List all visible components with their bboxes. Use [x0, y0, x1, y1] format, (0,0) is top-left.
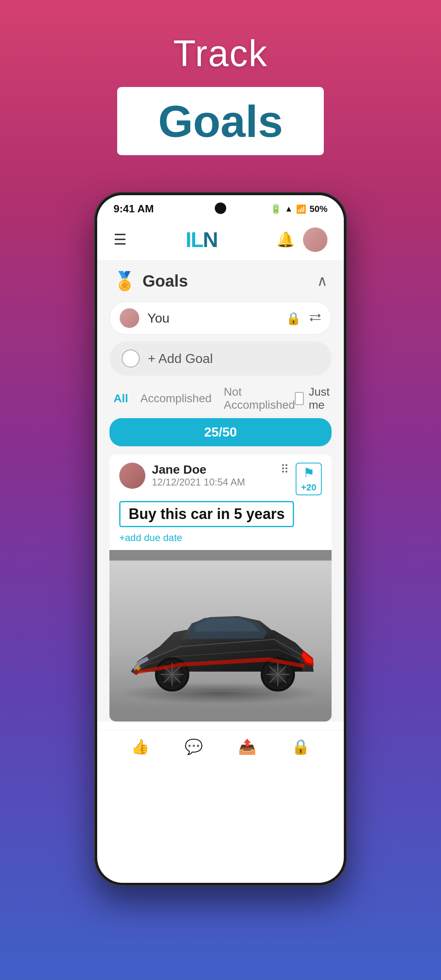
tab-not-accomplished[interactable]: Not Accomplished [224, 385, 295, 412]
tab-all[interactable]: All [114, 392, 128, 405]
tab-accomplished[interactable]: Accomplished [140, 392, 212, 405]
camera-notch [215, 203, 226, 214]
just-me-label: Just me [309, 385, 334, 412]
filter-tabs: All Accomplished Not Accomplished Just m… [109, 385, 332, 412]
goals-header-left: 🏅 Goals [114, 270, 188, 292]
battery-icon: 🔋 [270, 204, 281, 214]
more-options-icon[interactable]: ⠿ [281, 463, 289, 476]
progress-bar: 25/50 [109, 418, 332, 446]
battery-percent: 50% [310, 204, 327, 214]
goal-card-meta: Jane Doe 12/12/2021 10:54 AM [152, 463, 274, 488]
goals-label: Goals [158, 95, 283, 147]
just-me-container: Just me [295, 385, 334, 412]
bell-icon[interactable]: 🔔 [276, 231, 295, 248]
track-label: Track [0, 33, 441, 75]
goals-section: 🏅 Goals ∧ You 🔒 ⮂ + A [97, 261, 344, 722]
user-name-label: You [147, 311, 286, 326]
comment-button[interactable]: 💬 [185, 738, 203, 755]
goal-text-container: Buy this car in 5 years [109, 499, 332, 530]
chevron-up-icon[interactable]: ∧ [317, 272, 327, 290]
add-due-date[interactable]: +add due date [109, 530, 332, 550]
car-svg [109, 550, 332, 722]
status-icons: 🔋 ▲ 📶 50% [270, 204, 327, 214]
signal-icon: 📶 [296, 204, 306, 214]
share-icon[interactable]: ⮂ [309, 311, 321, 325]
phone-device: 9:41 AM 🔋 ▲ 📶 50% ☰ ILN 🔔 [94, 192, 347, 886]
add-goal-row[interactable]: + Add Goal [109, 341, 332, 376]
like-button[interactable]: 👍 [131, 738, 149, 755]
flag-icon: ⚑ [303, 465, 315, 481]
menu-icon[interactable]: ☰ [114, 231, 127, 248]
goals-header: 🏅 Goals ∧ [109, 261, 332, 301]
app-logo: ILN [186, 227, 218, 252]
app-header: ☰ ILN 🔔 [97, 219, 344, 261]
flag-count: +20 [301, 482, 316, 493]
just-me-checkbox[interactable] [295, 392, 304, 405]
wifi-icon: ▲ [285, 204, 293, 214]
user-avatar[interactable] [303, 227, 327, 252]
bottom-action-bar: 👍 💬 📤 🔒 [97, 730, 344, 764]
user-avatar-small [120, 308, 139, 328]
progress-text: 25/50 [204, 425, 237, 439]
flag-badge[interactable]: ⚑ +20 [296, 463, 322, 495]
goal-text: Buy this car in 5 years [119, 501, 294, 527]
goal-card-header: Jane Doe 12/12/2021 10:54 AM ⠿ ⚑ [109, 454, 332, 499]
lock-icon[interactable]: 🔒 [286, 311, 301, 325]
share-button[interactable]: 📤 [238, 738, 256, 755]
add-goal-circle [122, 350, 140, 368]
phone-screen: 9:41 AM 🔋 ▲ 📶 50% ☰ ILN 🔔 [97, 195, 344, 883]
status-bar: 9:41 AM 🔋 ▲ 📶 50% [97, 195, 344, 219]
add-goal-text: + Add Goal [148, 351, 213, 366]
user-row-icons: 🔒 ⮂ [286, 311, 321, 325]
header-right: 🔔 [276, 227, 327, 252]
goal-card: Jane Doe 12/12/2021 10:54 AM ⠿ ⚑ [109, 454, 332, 722]
status-time: 9:41 AM [114, 203, 154, 215]
user-row: You 🔒 ⮂ [109, 301, 332, 335]
lock-button[interactable]: 🔒 [292, 738, 310, 755]
car-image [109, 550, 332, 722]
phone-wrapper: 9:41 AM 🔋 ▲ 📶 50% ☰ ILN 🔔 [0, 192, 441, 886]
goal-card-actions: ⠿ ⚑ +20 [281, 463, 322, 495]
post-date: 12/12/2021 10:54 AM [152, 477, 274, 488]
top-section: Track Goals [0, 0, 441, 172]
poster-avatar [119, 463, 145, 489]
poster-name: Jane Doe [152, 463, 274, 477]
goals-box: Goals [117, 87, 324, 155]
goals-section-title: Goals [143, 272, 188, 290]
trophy-icon: 🏅 [114, 270, 136, 292]
